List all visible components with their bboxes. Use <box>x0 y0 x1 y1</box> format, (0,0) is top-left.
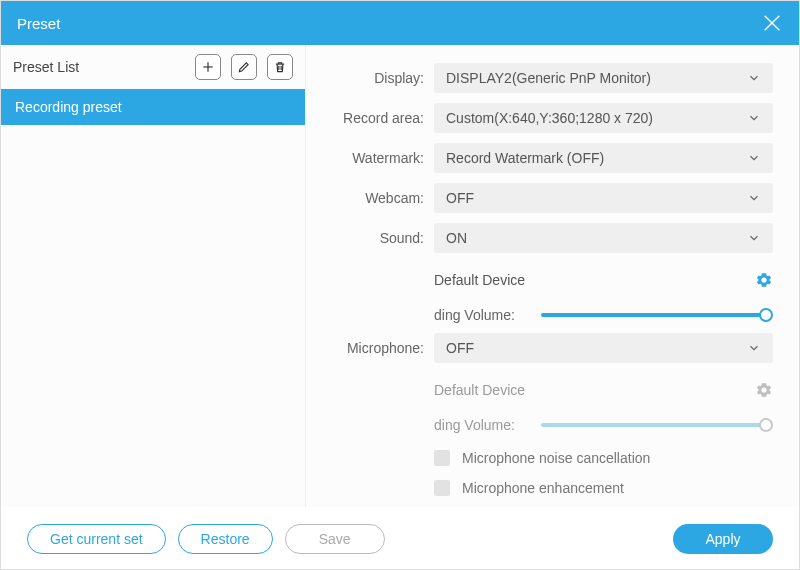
add-preset-button[interactable] <box>195 54 221 80</box>
save-button[interactable]: Save <box>285 524 385 554</box>
close-icon[interactable] <box>761 12 783 34</box>
sound-volume-label: ding Volume: <box>434 307 529 323</box>
get-current-set-button[interactable]: Get current set <box>27 524 166 554</box>
sound-settings-button[interactable] <box>755 271 773 289</box>
chevron-down-icon <box>747 341 761 355</box>
chevron-down-icon <box>747 111 761 125</box>
webcam-label: Webcam: <box>316 190 434 206</box>
apply-label: Apply <box>705 531 740 547</box>
mic-device-label: Default Device <box>434 382 525 398</box>
footer: Get current set Restore Save Apply <box>1 507 799 569</box>
sidebar-item-recording-preset[interactable]: Recording preset <box>1 89 305 125</box>
display-label: Display: <box>316 70 434 86</box>
sound-volume-slider[interactable] <box>541 308 773 322</box>
display-value: DISPLAY2(Generic PnP Monitor) <box>446 70 651 86</box>
record-area-value: Custom(X:640,Y:360;1280 x 720) <box>446 110 653 126</box>
preset-list-label: Preset List <box>13 59 79 75</box>
mic-enhance-label: Microphone enhancement <box>462 480 624 496</box>
mic-enhance-checkbox[interactable] <box>434 480 450 496</box>
restore-label: Restore <box>201 531 250 547</box>
get-current-set-label: Get current set <box>50 531 143 547</box>
gear-icon <box>755 381 773 399</box>
mic-settings-button[interactable] <box>755 381 773 399</box>
chevron-down-icon <box>747 71 761 85</box>
mic-volume-slider[interactable] <box>541 418 773 432</box>
mic-noise-cancel-checkbox[interactable] <box>434 450 450 466</box>
record-area-select[interactable]: Custom(X:640,Y:360;1280 x 720) <box>434 103 773 133</box>
titlebar: Preset <box>1 1 799 45</box>
chevron-down-icon <box>747 231 761 245</box>
watermark-value: Record Watermark (OFF) <box>446 150 604 166</box>
sidebar-item-label: Recording preset <box>15 99 122 115</box>
preset-dialog: Preset Preset List <box>0 0 800 570</box>
sound-device-label: Default Device <box>434 272 525 288</box>
sidebar: Preset List Recording preset <box>1 45 306 507</box>
chevron-down-icon <box>747 151 761 165</box>
mic-volume-label: ding Volume: <box>434 417 529 433</box>
save-label: Save <box>319 531 351 547</box>
sound-label: Sound: <box>316 230 434 246</box>
watermark-label: Watermark: <box>316 150 434 166</box>
watermark-select[interactable]: Record Watermark (OFF) <box>434 143 773 173</box>
webcam-select[interactable]: OFF <box>434 183 773 213</box>
record-area-label: Record area: <box>316 110 434 126</box>
edit-preset-button[interactable] <box>231 54 257 80</box>
apply-button[interactable]: Apply <box>673 524 773 554</box>
mic-noise-cancel-label: Microphone noise cancellation <box>462 450 650 466</box>
chevron-down-icon <box>747 191 761 205</box>
sound-select[interactable]: ON <box>434 223 773 253</box>
microphone-select[interactable]: OFF <box>434 333 773 363</box>
restore-button[interactable]: Restore <box>178 524 273 554</box>
sound-value: ON <box>446 230 467 246</box>
microphone-label: Microphone: <box>316 340 434 356</box>
dialog-title: Preset <box>17 15 60 32</box>
delete-preset-button[interactable] <box>267 54 293 80</box>
webcam-value: OFF <box>446 190 474 206</box>
display-select[interactable]: DISPLAY2(Generic PnP Monitor) <box>434 63 773 93</box>
settings-panel: Display: DISPLAY2(Generic PnP Monitor) R… <box>306 45 799 507</box>
dialog-body: Preset List Recording preset <box>1 45 799 507</box>
sidebar-header: Preset List <box>1 45 305 89</box>
gear-icon <box>755 271 773 289</box>
microphone-value: OFF <box>446 340 474 356</box>
